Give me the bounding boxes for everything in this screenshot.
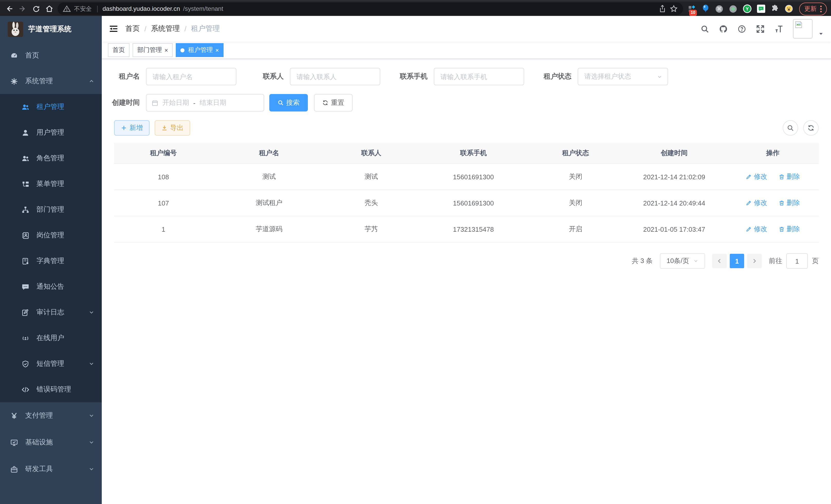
chevron-right-icon <box>751 258 757 264</box>
sidebar-item-notice[interactable]: 通知公告 <box>0 274 102 299</box>
chevron-down-icon <box>88 413 94 419</box>
status-select[interactable]: 请选择租户状态 <box>578 68 668 85</box>
reset-button[interactable]: 重置 <box>314 94 352 112</box>
breadcrumb-home[interactable]: 首页 <box>125 24 140 33</box>
infra-monitor-icon <box>10 439 18 446</box>
sidebar-item-error-code[interactable]: 错误码管理 <box>0 377 102 402</box>
sidebar-item-home[interactable]: 首页 <box>0 42 102 68</box>
sidebar-item-role[interactable]: 角色管理 <box>0 145 102 171</box>
mobile-input[interactable] <box>434 68 524 85</box>
chevron-down-icon <box>88 439 94 445</box>
edit-button[interactable]: 修改 <box>746 172 767 181</box>
search-button[interactable]: 搜索 <box>269 94 308 112</box>
date-range-picker[interactable]: 开始日期 - 结束日期 <box>146 94 264 112</box>
security-label[interactable]: 不安全 <box>74 5 92 12</box>
sidebar-item-audit-log[interactable]: 审计日志 <box>0 299 102 325</box>
audit-log-icon <box>22 308 29 316</box>
page-number-1[interactable]: 1 <box>730 254 744 268</box>
url-path: /system/tenant <box>183 5 655 12</box>
font-size-icon[interactable] <box>774 24 783 33</box>
reload-icon[interactable] <box>31 4 41 14</box>
tag-tenant[interactable]: 租户管理 <box>176 43 224 57</box>
extensions-puzzle-icon[interactable] <box>769 3 780 14</box>
refresh-table-button[interactable] <box>803 120 819 136</box>
hamburger-icon[interactable] <box>102 16 125 41</box>
star-icon[interactable] <box>670 5 678 13</box>
calendar-icon <box>152 99 158 106</box>
goto-page-input[interactable] <box>786 253 808 269</box>
warning-icon <box>63 5 71 13</box>
sidebar-item-system[interactable]: 系统管理 <box>0 68 102 94</box>
export-button[interactable]: 导出 <box>155 120 190 136</box>
edit-pencil-icon <box>746 200 752 206</box>
chevron-down-icon <box>657 74 662 79</box>
delete-button[interactable]: 删除 <box>778 198 800 208</box>
edit-button[interactable]: 修改 <box>746 198 767 208</box>
status-badge: 关闭 <box>530 164 621 190</box>
help-icon[interactable] <box>738 24 746 33</box>
prev-page-button[interactable] <box>712 254 727 268</box>
sidebar-item-dict[interactable]: 字典管理 <box>0 248 102 274</box>
breadcrumb-section[interactable]: 系统管理 <box>151 24 180 33</box>
add-button[interactable]: 新增 <box>114 120 149 136</box>
status-badge: 开启 <box>530 216 621 242</box>
extension-chat-icon[interactable] <box>755 3 766 14</box>
chevron-down-icon <box>693 259 698 264</box>
github-icon[interactable] <box>719 24 728 33</box>
browser-update-button[interactable]: 更新 <box>799 2 827 15</box>
back-icon[interactable] <box>4 4 15 14</box>
dict-book-icon <box>22 257 29 265</box>
delete-trash-icon <box>778 200 784 206</box>
pagination: 共 3 条 10条/页 1 <box>108 253 819 269</box>
logo[interactable]: 芋道管理系统 <box>0 16 102 42</box>
chevron-down-icon <box>88 466 94 472</box>
page-size-select[interactable]: 10条/页 <box>660 253 705 269</box>
sidebar-item-pay[interactable]: 支付管理 <box>0 402 102 429</box>
app-title: 芋道管理系统 <box>28 25 71 34</box>
sidebar-item-post[interactable]: 岗位管理 <box>0 223 102 248</box>
tag-home[interactable]: 首页 <box>108 43 130 57</box>
home-icon[interactable] <box>44 4 55 14</box>
user-avatar[interactable] <box>793 19 812 38</box>
contact-input[interactable] <box>290 68 380 85</box>
show-search-button[interactable] <box>783 120 798 136</box>
sidebar-item-menu[interactable]: 菜单管理 <box>0 171 102 197</box>
sidebar-item-sms[interactable]: 短信管理 <box>0 351 102 377</box>
fullscreen-icon[interactable] <box>756 24 765 33</box>
edit-button[interactable]: 修改 <box>746 225 767 234</box>
plus-icon <box>121 125 127 131</box>
svg-text:Y: Y <box>745 6 748 11</box>
profile-avatar-icon[interactable] <box>783 3 794 14</box>
sidebar-item-infra[interactable]: 基础设施 <box>0 429 102 456</box>
extension-command-icon[interactable]: ⌘ <box>714 3 725 14</box>
next-page-button[interactable] <box>747 254 762 268</box>
address-bar[interactable]: 不安全 dashboard.yudao.iocoder.cn /system/t… <box>58 3 683 15</box>
error-code-icon <box>22 386 29 393</box>
extension-balloon-icon[interactable] <box>700 3 711 14</box>
caret-down-icon[interactable] <box>818 31 824 36</box>
sidebar-item-dept[interactable]: 部门管理 <box>0 197 102 223</box>
sidebar-item-user[interactable]: 用户管理 <box>0 120 102 145</box>
extension-y-icon[interactable]: Y <box>742 3 752 14</box>
status-label: 租户状态 <box>540 72 571 81</box>
page-content: 租户名 联系人 联系手机 租户状态 请选择租户状态 <box>102 59 831 504</box>
close-icon[interactable] <box>215 47 219 53</box>
forward-icon[interactable] <box>18 4 28 14</box>
close-icon[interactable] <box>165 47 168 53</box>
sidebar-item-dev-tools[interactable]: 研发工具 <box>0 456 102 482</box>
search-icon[interactable] <box>700 24 709 33</box>
extension-record-icon[interactable] <box>728 3 739 14</box>
tag-dept[interactable]: 部门管理 <box>133 43 173 57</box>
table-row: 108 测试 测试 15601691300 关闭 2021-12-14 21:0… <box>114 164 819 190</box>
tenant-name-input[interactable] <box>146 68 236 85</box>
column-header: 操作 <box>727 143 819 164</box>
browser-menu-icon[interactable] <box>820 5 822 12</box>
sidebar-item-tenant[interactable]: 租户管理 <box>0 94 102 120</box>
search-icon <box>278 100 284 106</box>
contact-label: 联系人 <box>252 72 284 81</box>
share-icon[interactable] <box>658 5 666 13</box>
extension-kit-icon[interactable]: 10 <box>686 3 697 14</box>
delete-button[interactable]: 删除 <box>778 172 800 181</box>
sidebar-item-online-user[interactable]: 在线用户 <box>0 325 102 351</box>
delete-button[interactable]: 删除 <box>778 225 800 234</box>
